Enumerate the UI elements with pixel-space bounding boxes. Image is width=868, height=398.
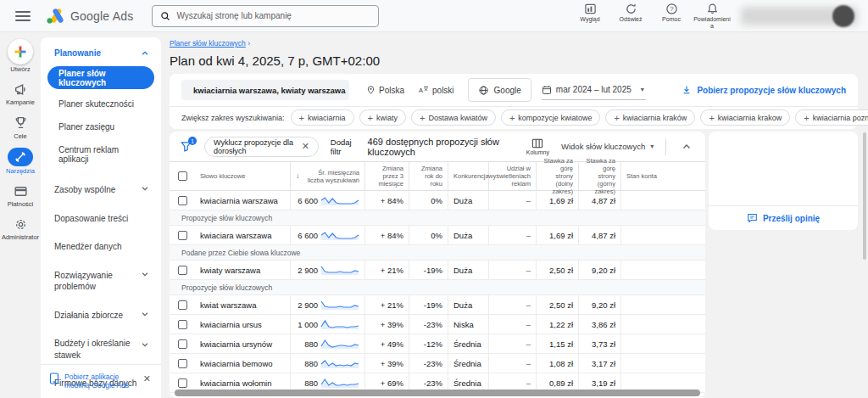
table-row[interactable]: kwiaciarnia ursynów 880 + 49% -12% Średn… [170,334,705,354]
keyword-view-dropdown[interactable]: Widok słów kluczowych ▾ [561,142,654,151]
bid-low-value: 1,15 zł [549,339,573,349]
add-icon: + [709,113,714,123]
sidebar-item-app-ads-hub[interactable]: Centrum reklam aplikacji [41,138,161,171]
column-header-competition[interactable]: Konkurencja [448,162,488,190]
keywords-search-input[interactable]: kwiaciarnia warszawa, kwiaty warszawa [181,80,349,100]
add-icon: + [299,113,304,123]
broaden-keyword-chip[interactable]: + kompozycje kwiatowe [501,109,600,126]
chevron-up-icon [141,49,149,58]
language-selector[interactable]: A polski [418,85,454,95]
column-header-top-of-page-bid-low[interactable]: Stawka za górę strony (dolny zakres) [536,162,578,190]
search-trend-sparkline [320,318,359,330]
sidebar-item-keyword-planner[interactable]: Planer słów kluczowych [47,66,154,89]
google-ads-logo: Google Ads [46,8,133,25]
select-all-checkbox[interactable] [178,171,187,181]
column-header-ad-impression-share[interactable]: Udział w wyświetleniach reklam [488,162,536,190]
column-header-avg-monthly-searches[interactable]: ↓ Śr. miesięczna liczba wyszukiwań [290,162,364,190]
rail-item-goals[interactable]: Cele [0,115,41,140]
breadcrumb-separator: › [248,39,250,48]
global-search-input[interactable]: Wyszukaj stronę lub kampanię [152,5,379,27]
rail-item-billing[interactable]: Płatności [0,182,41,208]
account-area [741,4,860,28]
download-keyword-ideas-button[interactable]: Pobierz propozycje słów kluczowych [682,85,846,95]
row-checkbox[interactable] [178,378,187,388]
sidebar-group-bulk-actions[interactable]: Działania zbiorcze [41,301,161,330]
chevron-down-icon: ▾ [641,86,644,93]
column-header-three-month-change[interactable]: Zmiana przez 3 miesiące [364,162,409,190]
adult-ideas-filter-chip[interactable]: Wyklucz propozycje dla dorosłych ✕ [204,137,319,157]
row-checkbox[interactable] [178,266,187,275]
row-checkbox[interactable] [178,300,187,310]
table-row[interactable]: kwiaciarnia warszawa 6 600 + 84% 0% Duża… [170,191,705,210]
sidebar-group-data-manager[interactable]: Menedżer danych [41,233,161,261]
sidebar-section-planning[interactable]: Planowanie [41,37,161,64]
broaden-keyword-chip[interactable]: + kwiaciarnia [291,109,354,126]
column-header-top-of-page-bid-high[interactable]: Stawka za górę strony (górny zakres) [578,162,620,190]
sidebar-item-performance-planner[interactable]: Planer skuteczności [41,92,161,115]
avatar[interactable] [832,5,854,27]
rail-item-campaigns[interactable]: Kampanie [0,81,41,106]
refresh-button[interactable]: Odśwież [610,3,651,30]
mobile-app-promo-link[interactable]: Pobierz aplikację mobilną Google Ads [64,373,136,390]
section-label: Podane przez Ciebie słowa kluczowe [181,249,300,257]
competition-value: Duża [453,231,472,240]
broaden-keyword-chip[interactable]: + kwiaciarnia poznań [795,109,868,126]
appearance-button[interactable]: Wygląd [570,3,610,30]
row-checkbox[interactable] [178,339,187,349]
svg-text:?: ? [670,5,674,13]
close-icon[interactable]: ✕ [142,373,153,385]
horizontal-scrollbar[interactable] [175,390,700,396]
column-header-yoy-change[interactable]: Zmiana rok do roku [409,162,448,190]
add-filter-button[interactable]: Dodaj filtr [331,137,356,156]
vertical-scrollbar[interactable] [863,132,866,260]
broaden-keyword-chip[interactable]: + kwiaty [359,109,406,126]
remove-filter-icon[interactable]: ✕ [302,141,309,152]
row-checkbox[interactable] [178,196,187,205]
row-checkbox[interactable] [178,231,187,240]
bid-low-value: 1,69 zł [549,231,573,240]
sidebar-group-shared-assets[interactable]: Zasoby wspólne [41,176,161,205]
location-selector[interactable]: Polska [366,85,404,95]
row-checkbox[interactable] [178,320,187,329]
yoy-change-value: 0% [431,196,442,205]
column-header-account-status[interactable]: Stan konta [620,162,705,190]
table-row[interactable]: kwiaty warszawa 2 900 + 21% -19% Duża – … [170,261,705,280]
keyword-text: kwiaciarnia warszawa [200,196,278,205]
notifications-button[interactable]: Powiadomienia [692,3,732,30]
breadcrumb-keyword-planner-link[interactable]: Planer słów kluczowych [170,39,246,48]
rail-item-tools[interactable]: Narzędzia [0,148,41,175]
table-row[interactable]: kwiaciarnia ursus 1 000 + 39% -23% Niska… [170,315,705,334]
feedback-icon [747,213,758,223]
rail-item-admin[interactable]: Administrator [0,216,41,241]
sort-descending-icon: ↓ [296,171,300,181]
yoy-change-value: -23% [424,378,442,388]
three-month-change-value: + 84% [381,196,403,205]
filter-count-badge: 1 [188,137,197,145]
ad-impression-share-value: – [526,266,531,275]
menu-icon[interactable] [15,11,31,21]
sidebar-group-troubleshooting[interactable]: Rozwiązywanie problemów [41,261,161,301]
campaigns-icon [14,81,28,98]
column-header-keyword[interactable]: Słowo kluczowe [195,162,290,190]
filter-button[interactable]: 1 [180,140,192,153]
table-row[interactable]: kwiaciara warszawa 6 600 + 84% 0% Duża –… [170,226,705,245]
collapse-panel-button[interactable] [678,142,695,152]
table-row[interactable]: kwiaciarnia bemowo 880 + 39% -23% Średni… [170,354,705,373]
table-row[interactable]: kwiat warszawa 2 900 + 21% -19% Duża – 2… [170,295,705,315]
columns-button[interactable]: Kolumny [526,138,549,155]
rail-item-create[interactable]: Utwórz [0,39,41,73]
ad-impression-share-value: – [526,378,531,388]
row-checkbox[interactable] [178,359,187,368]
network-selector[interactable]: Google [468,78,531,102]
yoy-change-value: 0% [431,231,442,240]
help-button[interactable]: ? Pomoc [651,3,692,30]
date-range-selector[interactable]: mar 2024 – lut 2025 ▾ [542,81,646,100]
send-feedback-button[interactable]: Prześlij opinię [709,205,858,230]
toolbar-divider [665,138,666,155]
broaden-keyword-chip[interactable]: + kwiaciarnia kraków [605,109,695,126]
sidebar-group-content-suitability[interactable]: Dopasowanie treści [41,205,161,233]
broaden-keyword-chip[interactable]: + kwiaciarnia krakow [700,109,790,126]
broaden-keyword-chip[interactable]: + Dostawa kwiatów [411,109,496,126]
sidebar-item-reach-planner[interactable]: Planer zasięgu [41,115,161,138]
chip-label: kwiaciarnia krakow [718,114,782,122]
